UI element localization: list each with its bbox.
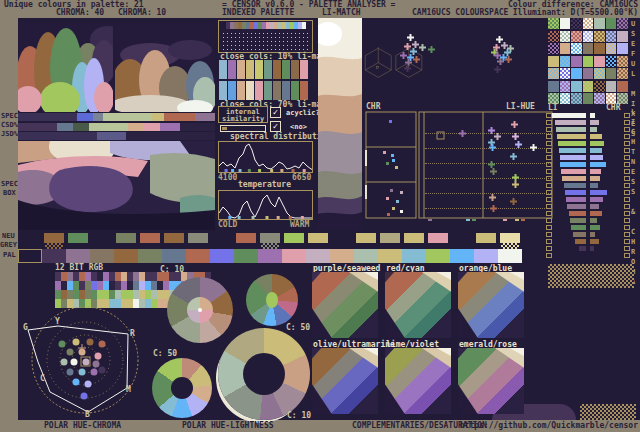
close-col-swatch[interactable] [282, 81, 290, 100]
mix-tile[interactable] [606, 43, 617, 54]
mix-tile[interactable] [571, 18, 582, 29]
rgb12-tile[interactable] [79, 272, 91, 290]
close-col-swatch[interactable] [255, 81, 263, 100]
mix-tile[interactable] [617, 81, 628, 92]
rgb12-tile[interactable] [67, 272, 79, 290]
mix-tile[interactable] [594, 18, 605, 29]
mix-tile[interactable] [594, 68, 605, 79]
palette-swatch[interactable] [354, 249, 378, 263]
mix-tile[interactable] [594, 56, 605, 67]
mix-tile[interactable] [606, 18, 617, 29]
palette-swatch[interactable] [18, 249, 42, 263]
mix-tile[interactable] [560, 43, 571, 54]
mix-tile[interactable] [560, 18, 571, 29]
mix-tile[interactable] [583, 43, 594, 54]
close-col-swatch[interactable] [264, 60, 272, 79]
palette-swatch[interactable] [450, 249, 474, 263]
mix-tile[interactable] [571, 81, 582, 92]
rgb12-tile[interactable] [55, 272, 67, 290]
mix-tile[interactable] [560, 31, 571, 42]
close-col-swatch[interactable] [246, 60, 254, 79]
palette-swatch[interactable] [426, 249, 450, 263]
mix-tile[interactable] [571, 56, 582, 67]
acyclic-checkbox[interactable]: ✓ [270, 121, 281, 132]
indexed-swatch[interactable] [302, 22, 306, 29]
mix-tile[interactable] [571, 93, 582, 104]
close-col-swatch[interactable] [300, 60, 308, 79]
mix-tile[interactable] [606, 81, 617, 92]
rgb12-tile[interactable] [151, 272, 163, 290]
close-col-swatch[interactable] [219, 81, 227, 100]
mix-tile[interactable] [583, 93, 594, 104]
palette-swatch[interactable] [42, 249, 66, 263]
mix-tile[interactable] [606, 31, 617, 42]
close-col-swatch[interactable] [291, 60, 299, 79]
rgb12-tile[interactable] [163, 272, 175, 290]
palette-swatch[interactable] [330, 249, 354, 263]
close-col-swatch[interactable] [255, 60, 263, 79]
github-url-link[interactable]: https://github.com/Quickmarble/censor [460, 422, 638, 430]
mix-tile[interactable] [548, 68, 559, 79]
palette-swatch[interactable] [282, 249, 306, 263]
mix-tile[interactable] [548, 31, 559, 42]
mix-tile[interactable] [606, 56, 617, 67]
close-col-swatch[interactable] [291, 81, 299, 100]
mix-tile[interactable] [594, 43, 605, 54]
mix-tile[interactable] [548, 56, 559, 67]
palette-swatch[interactable] [474, 249, 498, 263]
mix-tile[interactable] [583, 56, 594, 67]
rgb12-tile[interactable] [127, 272, 139, 290]
mix-tile[interactable] [617, 43, 628, 54]
palette-swatch[interactable] [66, 249, 90, 263]
mix-tile[interactable] [617, 68, 628, 79]
close-col-swatch[interactable] [282, 60, 290, 79]
close-col-swatch[interactable] [246, 81, 254, 100]
close-col-swatch[interactable] [228, 81, 236, 100]
mix-tile[interactable] [617, 31, 628, 42]
palette-swatch[interactable] [162, 249, 186, 263]
mix-tile[interactable] [560, 93, 571, 104]
mix-tile[interactable] [548, 43, 559, 54]
close-col-swatch[interactable] [273, 60, 281, 79]
mix-tile[interactable] [617, 18, 628, 29]
mix-tile[interactable] [594, 93, 605, 104]
mix-tile[interactable] [594, 81, 605, 92]
mix-tile[interactable] [548, 18, 559, 29]
palette-swatch[interactable] [402, 249, 426, 263]
mix-tile[interactable] [617, 56, 628, 67]
mix-tile[interactable] [594, 31, 605, 42]
close-col-swatch[interactable] [237, 81, 245, 100]
mix-tile[interactable] [583, 31, 594, 42]
mix-tile[interactable] [571, 68, 582, 79]
mix-tile[interactable] [548, 81, 559, 92]
mix-tile[interactable] [571, 31, 582, 42]
palette-swatch[interactable] [378, 249, 402, 263]
rgb12-tile[interactable] [139, 272, 151, 290]
palette-swatch[interactable] [90, 249, 114, 263]
rgb12-tile[interactable] [91, 272, 103, 290]
palette-swatch[interactable] [306, 249, 330, 263]
close-col-swatch[interactable] [273, 81, 281, 100]
rgb12-tile[interactable] [103, 272, 115, 290]
close-col-swatch[interactable] [237, 60, 245, 79]
close-col-swatch[interactable] [300, 81, 308, 100]
mix-tile[interactable] [571, 43, 582, 54]
mix-tile[interactable] [583, 68, 594, 79]
palette-swatch[interactable] [186, 249, 210, 263]
mix-tile[interactable] [606, 68, 617, 79]
mix-tile[interactable] [560, 56, 571, 67]
palette-swatch[interactable] [234, 249, 258, 263]
similarity-checkbox[interactable]: ✓ [270, 107, 281, 118]
mix-tile[interactable] [583, 81, 594, 92]
close-col-swatch[interactable] [228, 60, 236, 79]
palette-swatch[interactable] [210, 249, 234, 263]
palette-swatch[interactable] [138, 249, 162, 263]
palette-swatch[interactable] [498, 249, 522, 263]
mix-tile[interactable] [583, 18, 594, 29]
mix-tile[interactable] [560, 68, 571, 79]
mix-tile[interactable] [560, 81, 571, 92]
rgb12-tile[interactable] [115, 272, 127, 290]
close-col-swatch[interactable] [219, 60, 227, 79]
palette-swatch[interactable] [114, 249, 138, 263]
palette-swatch[interactable] [258, 249, 282, 263]
